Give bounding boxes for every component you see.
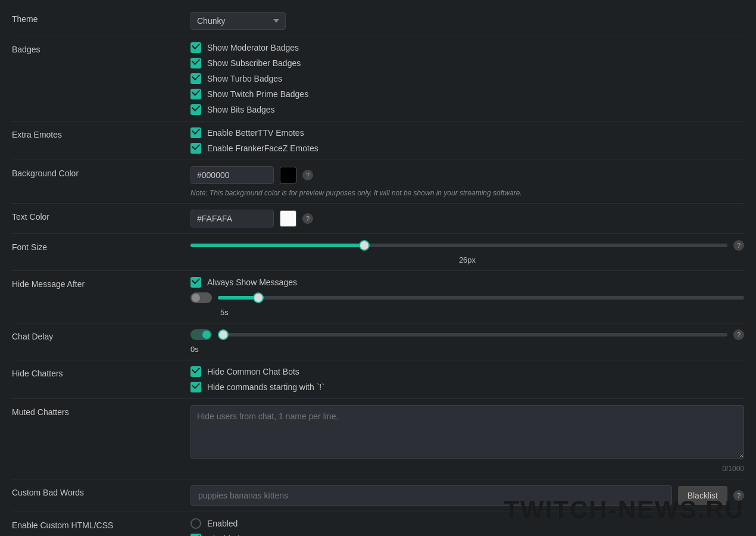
chat-delay-help-icon[interactable]: ? <box>733 329 744 340</box>
muted-chatters-label: Muted Chatters <box>12 405 190 417</box>
custom-html-label: Enable Custom HTML/CSS <box>12 518 190 530</box>
background-color-control: ? Note: This background color is for pre… <box>190 166 744 197</box>
chat-delay-row: Chat Delay ? 0s <box>0 323 756 360</box>
emote-betterttv-checkbox[interactable] <box>190 127 201 138</box>
text-color-input-row: ? <box>190 210 744 228</box>
chat-delay-slider[interactable] <box>218 333 727 336</box>
badge-bits[interactable]: Show Bits Badges <box>190 104 744 115</box>
font-size-row: Font Size ? 26px <box>0 234 756 270</box>
background-color-label: Background Color <box>12 166 190 178</box>
hide-commands[interactable]: Hide commands starting with `!` <box>190 382 744 392</box>
chat-delay-control: ? 0s <box>190 329 744 354</box>
bad-words-help-icon[interactable]: ? <box>733 490 744 501</box>
muted-chatters-control: 0/1000 <box>190 405 744 473</box>
background-color-swatch[interactable] <box>280 167 296 183</box>
font-size-value: 26px <box>190 255 744 264</box>
hide-common-bots-checkbox[interactable] <box>190 366 201 377</box>
hide-common-bots[interactable]: Hide Common Chat Bots <box>190 366 744 377</box>
chat-delay-label: Chat Delay <box>12 329 190 341</box>
hide-commands-checkbox[interactable] <box>190 382 201 392</box>
badge-moderator[interactable]: Show Moderator Badges <box>190 42 744 53</box>
text-color-text[interactable] <box>190 210 274 228</box>
hide-message-row: Hide Message After Always Show Messages … <box>0 271 756 323</box>
custom-html-disabled[interactable]: Disabled <box>190 534 744 536</box>
custom-html-enabled[interactable]: Enabled <box>190 518 744 529</box>
badge-subscriber-checkbox[interactable] <box>190 58 201 68</box>
bad-words-input[interactable] <box>190 485 672 506</box>
hide-message-control: Always Show Messages 5s <box>190 277 744 317</box>
theme-control: Chunky Default Clean <box>190 12 744 30</box>
badges-control: Show Moderator Badges Show Subscriber Ba… <box>190 42 744 115</box>
theme-row: Theme Chunky Default Clean <box>0 6 756 36</box>
emote-frankerfacez-checkbox[interactable] <box>190 143 201 154</box>
custom-bad-words-control: Blacklist ? <box>190 485 744 506</box>
custom-bad-words-label: Custom Bad Words <box>12 485 190 497</box>
emote-betterttv[interactable]: Enable BetterTTV Emotes <box>190 127 744 138</box>
font-size-slider[interactable] <box>190 244 727 247</box>
background-color-input-row: ? <box>190 166 744 184</box>
custom-html-control: Enabled Disabled <box>190 518 744 536</box>
text-color-help-icon[interactable]: ? <box>302 213 313 224</box>
badge-moderator-checkbox[interactable] <box>190 42 201 53</box>
text-color-row: Text Color ? <box>0 204 756 233</box>
text-color-control: ? <box>190 210 744 228</box>
theme-label: Theme <box>12 12 190 24</box>
extra-emotes-row: Extra Emotes Enable BetterTTV Emotes Ena… <box>0 121 756 160</box>
font-size-help-icon[interactable]: ? <box>733 240 744 251</box>
badge-bits-checkbox[interactable] <box>190 104 201 115</box>
background-color-row: Background Color ? Note: This background… <box>0 160 756 203</box>
font-size-control: ? 26px <box>190 240 744 264</box>
background-color-help-icon[interactable]: ? <box>302 170 313 180</box>
hide-message-value: 5s <box>190 308 744 317</box>
muted-chatters-row: Muted Chatters 0/1000 <box>0 399 756 479</box>
muted-chatters-textarea[interactable] <box>190 405 744 459</box>
font-size-label: Font Size <box>12 240 190 252</box>
hide-chatters-row: Hide Chatters Hide Common Chat Bots Hide… <box>0 360 756 398</box>
chat-delay-value: 0s <box>190 345 744 354</box>
hide-message-toggle[interactable] <box>190 292 212 303</box>
badge-subscriber[interactable]: Show Subscriber Badges <box>190 58 744 68</box>
extra-emotes-control: Enable BetterTTV Emotes Enable FrankerFa… <box>190 127 744 154</box>
badge-twitch-prime[interactable]: Show Twitch Prime Badges <box>190 89 744 99</box>
custom-bad-words-row: Custom Bad Words Blacklist ? <box>0 479 756 512</box>
hide-chatters-control: Hide Common Chat Bots Hide commands star… <box>190 366 744 392</box>
hide-message-label: Hide Message After <box>12 277 190 289</box>
hide-chatters-label: Hide Chatters <box>12 366 190 378</box>
always-show-messages[interactable]: Always Show Messages <box>190 277 744 288</box>
custom-html-enabled-radio[interactable] <box>190 518 201 529</box>
muted-chatters-counter: 0/1000 <box>190 465 744 473</box>
background-color-text[interactable] <box>190 166 274 184</box>
settings-page: Theme Chunky Default Clean Badges Show M… <box>0 0 756 536</box>
hide-message-slider[interactable] <box>218 296 744 300</box>
text-color-swatch[interactable] <box>280 210 296 227</box>
custom-html-row: Enable Custom HTML/CSS Enabled Disabled <box>0 512 756 536</box>
badge-turbo[interactable]: Show Turbo Badges <box>190 73 744 84</box>
text-color-label: Text Color <box>12 210 190 222</box>
custom-html-disabled-checkbox[interactable] <box>190 534 201 536</box>
always-show-checkbox[interactable] <box>190 277 201 288</box>
extra-emotes-label: Extra Emotes <box>12 127 190 139</box>
blacklist-button[interactable]: Blacklist <box>678 486 727 505</box>
theme-select[interactable]: Chunky Default Clean <box>190 12 286 30</box>
background-color-note: Note: This background color is for previ… <box>190 189 744 197</box>
badges-row: Badges Show Moderator Badges Show Subscr… <box>0 36 756 121</box>
badge-twitch-prime-checkbox[interactable] <box>190 89 201 99</box>
badge-turbo-checkbox[interactable] <box>190 73 201 84</box>
chat-delay-toggle[interactable] <box>190 329 212 340</box>
bad-words-input-row: Blacklist ? <box>190 485 744 506</box>
emote-frankerfacez[interactable]: Enable FrankerFaceZ Emotes <box>190 143 744 154</box>
badges-label: Badges <box>12 42 190 54</box>
